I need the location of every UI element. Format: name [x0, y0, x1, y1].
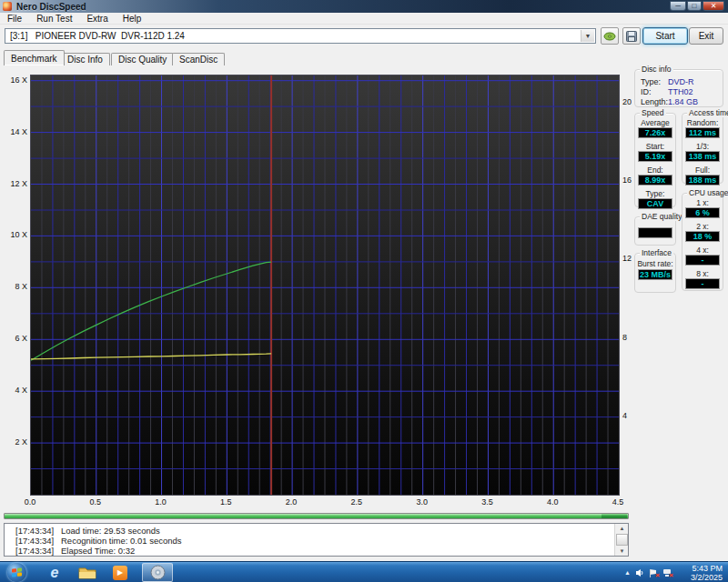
progress-bar — [4, 513, 629, 519]
access-third-label: 1/3: — [682, 142, 723, 151]
log-message: Load time: 29.53 seconds — [61, 526, 160, 536]
menu-run-test[interactable]: Run Test — [29, 14, 79, 24]
log-timestamp: [17:43:34] — [15, 546, 54, 556]
taskbar: e ▶ ▲ × — [0, 561, 728, 582]
speed-average-label: Average — [635, 118, 675, 127]
axis-tick-label: 1.0 — [151, 497, 171, 507]
axis-tick-label: 12 X — [2, 179, 27, 188]
save-button[interactable] — [622, 27, 641, 45]
speed-end-value: 8.99x — [638, 175, 672, 186]
access-random-value: 112 ms — [685, 127, 720, 138]
menu-help[interactable]: Help — [116, 14, 149, 24]
disc-type-label: Type: — [641, 77, 661, 86]
tab-benchmark[interactable]: Benchmark — [4, 50, 65, 65]
menu-file[interactable]: File — [0, 14, 29, 24]
axis-tick-label: 2.0 — [281, 497, 301, 507]
axis-tick-label: 0.5 — [86, 497, 106, 507]
disc-id-label: ID: — [641, 87, 652, 96]
log-panel: [17:43:34] Load time: 29.53 seconds [17:… — [4, 523, 629, 557]
axis-tick-label: 4.5 — [608, 497, 628, 507]
maximize-button[interactable]: □ — [687, 1, 702, 11]
clock-time: 5:43 PM — [679, 564, 723, 573]
speed-start-value: 5.19x — [638, 151, 672, 162]
cpu-2x-value: 18 % — [685, 231, 720, 242]
axis-tick-label: 2.5 — [347, 497, 367, 507]
group-title: Interface — [640, 248, 673, 257]
scroll-down-arrow-icon[interactable]: ▼ — [616, 547, 628, 556]
cpu-1x-value: 6 % — [685, 207, 720, 218]
internet-explorer-icon: e — [51, 565, 59, 581]
benchmark-chart: 16 X14 X12 X10 X8 X6 X4 X2 X 20161284 0.… — [0, 65, 633, 513]
log-scrollbar[interactable]: ▲ ▼ — [614, 524, 628, 556]
cpu-4x-label: 4 x: — [682, 246, 723, 255]
axis-tick-label: 10 X — [2, 230, 27, 239]
media-player-button[interactable]: ▶ — [109, 564, 131, 581]
volume-icon[interactable] — [634, 567, 644, 577]
group-title: Speed — [640, 108, 666, 117]
axis-tick-label: 4 X — [2, 386, 27, 395]
taskbar-clock[interactable]: 5:43 PM 3/2/2025 — [679, 564, 723, 582]
network-icon[interactable]: × — [662, 567, 672, 577]
system-tray: ▲ × × 5:43 PM 3/2/2025 — [624, 562, 726, 582]
group-title: Access times — [687, 108, 728, 117]
cpu-4x-value: - — [685, 255, 720, 266]
eject-disc-button[interactable] — [601, 27, 619, 45]
title-bar[interactable]: Nero DiscSpeed ─ □ ✕ — [0, 0, 728, 13]
dae-quality-group: DAE quality — [634, 216, 676, 246]
windows-logo-icon — [12, 567, 22, 577]
internet-explorer-button[interactable]: e — [44, 564, 66, 581]
clock-date: 3/2/2025 — [679, 573, 723, 582]
access-times-group: Access times Random: 112 ms 1/3: 138 ms … — [682, 113, 723, 184]
show-hidden-icons-button[interactable]: ▲ — [624, 569, 631, 576]
error-badge: × — [655, 572, 660, 579]
disc-length-label: Length: — [641, 97, 668, 106]
log-line: [17:43:34] Recognition time: 0.01 second… — [5, 536, 628, 546]
chevron-down-icon[interactable]: ▼ — [581, 30, 594, 42]
menu-bar: File Run Test Extra Help — [0, 13, 728, 25]
axis-tick-label: 3.0 — [412, 497, 432, 507]
close-button[interactable]: ✕ — [703, 1, 724, 11]
tab-disc-quality[interactable]: Disc Quality — [111, 53, 174, 65]
start-button[interactable] — [7, 563, 26, 582]
tab-scandisc[interactable]: ScanDisc — [172, 53, 225, 65]
burst-rate-label: Burst rate: — [635, 259, 675, 268]
cpu-usage-group: CPU usage 1 x: 6 % 2 x: 18 % 4 x: - 8 x:… — [682, 193, 723, 291]
action-center-icon[interactable]: × — [648, 567, 658, 577]
speed-type-label: Type: — [635, 189, 675, 198]
screen: Nero DiscSpeed ─ □ ✕ File Run Test Extra… — [0, 0, 728, 582]
speed-start-label: Start: — [635, 142, 675, 151]
toolbar: [3:1] PIONEER DVD-RW DVR-112D 1.24 ▼ Sta… — [0, 25, 728, 50]
drive-select-dropdown[interactable]: [3:1] PIONEER DVD-RW DVR-112D 1.24 ▼ — [5, 28, 596, 44]
scroll-up-arrow-icon[interactable]: ▲ — [616, 524, 628, 533]
file-explorer-button[interactable] — [76, 564, 98, 581]
speed-type-value: CAV — [638, 198, 672, 209]
media-player-icon: ▶ — [113, 566, 127, 580]
app-icon — [3, 2, 12, 11]
window-title: Nero DiscSpeed — [16, 2, 86, 12]
tab-bar: Benchmark Disc Info Disc Quality ScanDis… — [0, 50, 728, 65]
exit-button[interactable]: Exit — [689, 27, 723, 45]
log-line: [17:43:34] Elapsed Time: 0:32 — [5, 546, 628, 556]
group-title: Disc info — [640, 65, 673, 74]
cpu-2x-label: 2 x: — [682, 222, 723, 231]
tab-disc-info[interactable]: Disc Info — [60, 53, 110, 65]
axis-tick-label: 16 X — [2, 75, 27, 85]
menu-extra[interactable]: Extra — [79, 14, 115, 24]
group-title: DAE quality — [640, 212, 683, 221]
speed-group: Speed Average 7.26x Start: 5.19x End: 8.… — [634, 113, 676, 207]
start-test-button[interactable]: Start — [642, 27, 688, 45]
disc-icon — [150, 565, 166, 580]
results-panel: Disc info Type:DVD-R ID:TTH02 Length:1.8… — [632, 65, 728, 561]
speed-average-value: 7.26x — [638, 127, 672, 138]
drive-select-value: [3:1] PIONEER DVD-RW DVR-112D 1.24 — [10, 31, 185, 41]
minimize-button[interactable]: ─ — [670, 1, 686, 11]
axis-tick-label: 0.0 — [20, 497, 40, 507]
scrollbar-thumb[interactable] — [616, 534, 628, 546]
nero-discspeed-window: Nero DiscSpeed ─ □ ✕ File Run Test Extra… — [0, 0, 728, 561]
log-message: Elapsed Time: 0:32 — [61, 546, 135, 556]
cpu-1x-label: 1 x: — [682, 198, 723, 207]
axis-tick-label: 1.5 — [216, 497, 236, 507]
taskbar-nero-discspeed-button[interactable] — [142, 563, 173, 582]
speed-end-label: End: — [635, 166, 675, 175]
disc-id-value: TTH02 — [668, 87, 693, 96]
